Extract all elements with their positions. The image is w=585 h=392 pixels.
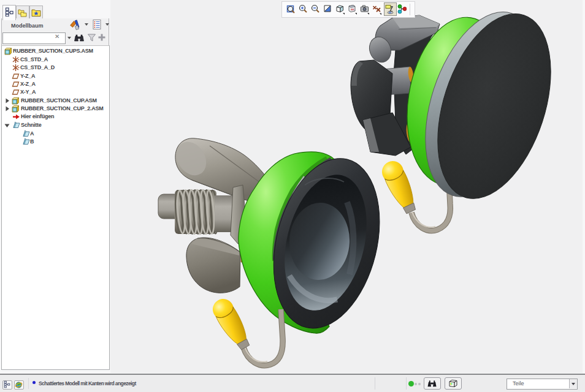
svg-text:as: as bbox=[351, 7, 354, 11]
